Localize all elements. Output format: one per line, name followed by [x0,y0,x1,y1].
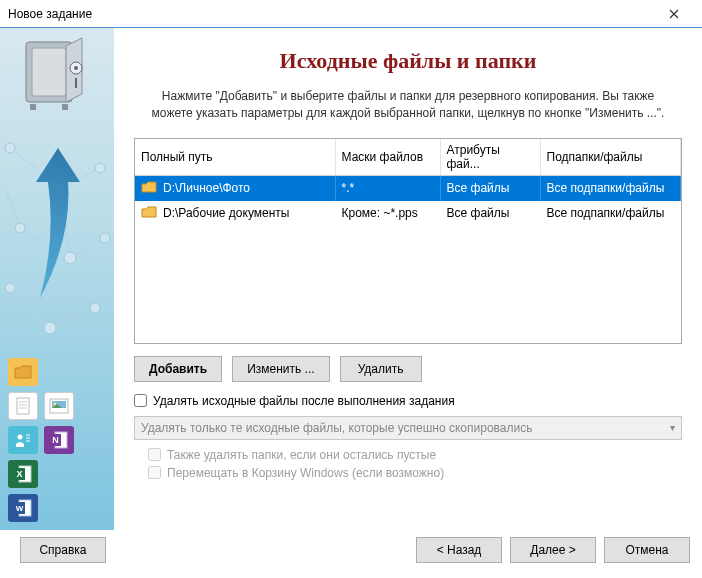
add-button[interactable]: Добавить [134,356,222,382]
svg-point-15 [44,322,56,334]
close-icon [669,9,679,19]
page-title: Исходные файлы и папки [134,48,682,74]
cell-path: D:\Личное\Фото [163,181,250,195]
delete-source-checkbox[interactable] [134,394,147,407]
svg-rect-24 [17,398,29,414]
col-sub[interactable]: Подпапки/файлы [540,139,681,176]
folder-icon [8,358,38,386]
svg-line-6 [5,188,20,228]
cell-masks: *.* [335,175,440,201]
cell-sub: Все подпапки/файлы [540,175,681,201]
also-delete-folders-label: Также удалять папки, если они остались п… [167,448,436,462]
cell-sub: Все подпапки/файлы [540,201,681,226]
safe-icon [24,36,88,116]
also-delete-folders-checkbox [148,448,161,461]
folder-icon [141,205,157,222]
table-row[interactable]: D:\Рабочие документыКроме: ~*.ppsВсе фай… [135,201,681,226]
window-body: N X W Исходные файлы и папки Нажмите "До… [0,28,702,530]
svg-rect-23 [62,104,68,110]
dropdown-selected: Удалять только те исходные файлы, которы… [141,421,532,435]
svg-text:N: N [52,435,59,445]
col-masks[interactable]: Маски файлов [335,139,440,176]
move-to-recycle-checkbox [148,466,161,479]
col-path[interactable]: Полный путь [135,139,335,176]
next-button[interactable]: Далее > [510,537,596,563]
svg-line-5 [50,308,95,328]
svg-point-11 [15,223,25,233]
svg-point-13 [100,233,110,243]
svg-rect-18 [32,48,66,96]
cell-attrs: Все файлы [440,201,540,226]
svg-point-32 [18,435,23,440]
instruction-text: Нажмите "Добавить" и выберите файлы и па… [134,88,682,122]
delete-button[interactable]: Удалить [340,356,422,382]
onenote-icon: N [44,426,74,454]
svg-point-10 [95,163,105,173]
delete-source-checkbox-row: Удалять исходные файлы после выполнения … [134,394,682,408]
arrow-up-icon [30,148,85,298]
svg-text:X: X [16,469,22,479]
contacts-icon [8,426,38,454]
svg-point-8 [5,143,15,153]
close-button[interactable] [654,1,694,27]
table-row[interactable]: D:\Личное\Фото*.*Все файлыВсе подпапки/ф… [135,175,681,201]
source-table[interactable]: Полный путь Маски файлов Атрибуты фай...… [134,138,682,344]
delete-mode-dropdown: Удалять только те исходные файлы, которы… [134,416,682,440]
table-header-row: Полный путь Маски файлов Атрибуты фай...… [135,139,681,176]
cell-masks: Кроме: ~*.pps [335,201,440,226]
folder-icon [141,180,157,197]
titlebar: Новое задание [0,0,702,28]
cancel-button[interactable]: Отмена [604,537,690,563]
document-icon [8,392,38,420]
svg-rect-21 [75,78,77,88]
svg-point-14 [5,283,15,293]
cell-attrs: Все файлы [440,175,540,201]
chevron-down-icon: ▾ [670,422,675,433]
col-attrs[interactable]: Атрибуты фай... [440,139,540,176]
svg-rect-22 [30,104,36,110]
cell-path: D:\Рабочие документы [163,206,289,220]
delete-source-label: Удалять исходные файлы после выполнения … [153,394,455,408]
sidebar-file-icons: N X W [8,358,74,522]
picture-icon [44,392,74,420]
svg-text:W: W [16,504,24,513]
edit-button[interactable]: Изменить ... [232,356,329,382]
footer: Справка < Назад Далее > Отмена [0,530,702,578]
sidebar-illustration: N X W [0,28,114,530]
move-to-recycle-label: Перемещать в Корзину Windows (если возмо… [167,466,444,480]
svg-point-20 [74,66,78,70]
content-area: Исходные файлы и папки Нажмите "Добавить… [114,28,702,530]
excel-icon: X [8,460,38,488]
action-buttons: Добавить Изменить ... Удалить [134,356,682,382]
help-button[interactable]: Справка [20,537,106,563]
also-delete-folders-row: Также удалять папки, если они остались п… [148,448,682,462]
svg-point-16 [90,303,100,313]
word-icon: W [8,494,38,522]
back-button[interactable]: < Назад [416,537,502,563]
move-to-recycle-row: Перемещать в Корзину Windows (если возмо… [148,466,682,480]
window-title: Новое задание [8,7,654,21]
